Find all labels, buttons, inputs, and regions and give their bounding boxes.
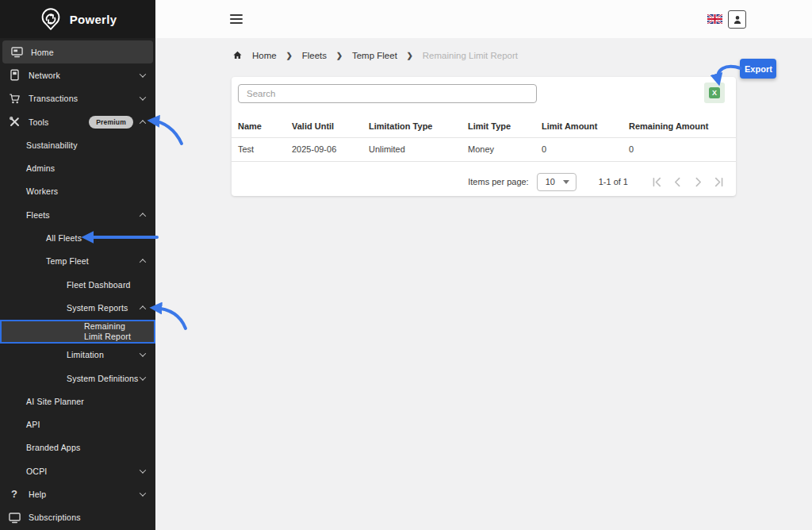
next-page-button[interactable] — [688, 172, 707, 191]
sidebar-item-label: Workers — [26, 186, 58, 196]
sidebar-item-help[interactable]: ?Help — [0, 482, 155, 505]
sidebar-item-label: AI Site Planner — [26, 397, 84, 406]
table-cell: 0 — [622, 137, 736, 161]
sidebar-item-system-reports[interactable]: System Reports — [0, 296, 155, 319]
sidebar-item-temp-fleet[interactable]: Temp Fleet — [0, 250, 155, 273]
breadcrumb: Home❯Fleets❯Temp Fleet❯Remaining Limit R… — [232, 50, 518, 60]
column-header-valid-until: Valid Until — [285, 115, 362, 137]
app-screen: Powerly HomeNetworkTransactionsToolsPrem… — [0, 0, 812, 530]
page-size-value: 10 — [546, 177, 555, 186]
menu-toggle-icon[interactable] — [230, 14, 243, 24]
last-page-button[interactable] — [709, 172, 728, 191]
sidebar-item-branded-apps[interactable]: Branded Apps — [0, 436, 155, 459]
chevron-up-icon[interactable] — [140, 120, 146, 126]
sidebar-item-fleets[interactable]: Fleets — [0, 203, 155, 226]
sidebar-item-network[interactable]: Network — [0, 63, 155, 86]
table-cell: 0 — [535, 137, 622, 161]
chevron-up-icon[interactable] — [140, 213, 146, 219]
table-cell: Unlimited — [362, 137, 462, 161]
powerly-pin-arrows-icon — [39, 7, 63, 31]
search-input[interactable] — [238, 84, 537, 103]
chevron-up-icon[interactable] — [140, 259, 146, 265]
breadcrumb-separator: ❯ — [407, 51, 413, 60]
sidebar-item-label: Temp Fleet — [46, 256, 89, 266]
sidebar-item-label: System Definitions — [67, 374, 139, 383]
sidebar-item-label: Home — [31, 48, 54, 57]
breadcrumb-item-temp-fleet[interactable]: Temp Fleet — [352, 51, 397, 60]
desktop-icon — [10, 46, 23, 59]
sidebar-item-label: Tools — [29, 117, 49, 127]
excel-export-button[interactable]: X — [704, 83, 725, 103]
sidebar-item-fleet-dashboard[interactable]: Fleet Dashboard — [0, 273, 155, 296]
charger-icon — [8, 69, 21, 82]
sidebar-item-label: Sustainability — [26, 140, 78, 150]
sidebar-item-transactions[interactable]: Transactions — [0, 87, 155, 110]
report-table: NameValid UntilLimitation TypeLimit Type… — [232, 115, 736, 162]
house-icon[interactable] — [232, 50, 243, 60]
column-header-remaining-amount: Remaining Amount — [622, 115, 736, 137]
report-card: X NameValid UntilLimitation TypeLimit Ty… — [232, 77, 736, 196]
sidebar-item-ai-site-planner[interactable]: AI Site Planner — [0, 390, 155, 413]
chevron-up-icon[interactable] — [140, 305, 146, 312]
chevron-down-icon[interactable] — [140, 351, 146, 357]
chevron-down-icon[interactable] — [140, 71, 146, 77]
excel-file-icon: X — [709, 87, 720, 98]
range-label: 1-1 of 1 — [599, 177, 628, 186]
sidebar-item-ocpi[interactable]: OCPI — [0, 459, 155, 482]
chevron-down-icon[interactable] — [140, 490, 146, 496]
sidebar-item-label: API — [26, 420, 40, 429]
column-header-limitation-type: Limitation Type — [362, 115, 462, 137]
sidebar-item-limitation[interactable]: Limitation — [0, 344, 155, 367]
sidebar-item-label: Admins — [26, 163, 55, 173]
breadcrumb-item-fleets[interactable]: Fleets — [302, 51, 327, 60]
monitor-icon — [8, 511, 21, 524]
items-per-page-label: Items per page: — [468, 177, 528, 186]
cart-icon — [8, 92, 21, 105]
breadcrumb-item-home[interactable]: Home — [252, 51, 277, 60]
sidebar-item-tools[interactable]: ToolsPremium — [0, 110, 155, 133]
search-row: X — [232, 77, 736, 110]
sidebar: Powerly HomeNetworkTransactionsToolsPrem… — [0, 0, 155, 530]
sidebar-item-label: Subscriptions — [29, 513, 81, 522]
sidebar-item-label: Network — [29, 71, 60, 80]
sidebar-item-label: Transactions — [29, 94, 78, 103]
sidebar-item-admins[interactable]: Admins — [0, 156, 155, 179]
tools-icon — [8, 116, 21, 129]
sidebar-item-label: Help — [29, 490, 46, 499]
export-button[interactable]: Export — [740, 59, 776, 79]
sidebar-item-label: Branded Apps — [26, 443, 80, 452]
chevron-down-icon[interactable] — [140, 374, 146, 380]
sidebar-item-label: OCPI — [26, 467, 47, 476]
breadcrumb-separator: ❯ — [286, 51, 293, 60]
table-cell: Test — [232, 137, 285, 161]
column-header-limit-type: Limit Type — [462, 115, 535, 137]
sidebar-item-sustainability[interactable]: Sustainability — [0, 133, 155, 156]
sidebar-item-workers[interactable]: Workers — [0, 180, 155, 203]
uk-flag-icon[interactable] — [707, 14, 722, 24]
sidebar-item-all-fleets[interactable]: All Fleets — [0, 226, 155, 249]
breadcrumb-separator: ❯ — [336, 51, 343, 60]
sidebar-item-api[interactable]: API — [0, 413, 155, 436]
sidebar-item-label: All Fleets — [46, 233, 82, 243]
sidebar-menu: HomeNetworkTransactionsToolsPremiumSusta… — [0, 38, 155, 529]
previous-page-button[interactable] — [668, 172, 687, 191]
help-icon: ? — [8, 488, 21, 501]
sidebar-item-home[interactable]: Home — [2, 40, 153, 63]
sidebar-item-label: System Reports — [67, 303, 128, 313]
pagination-bar: Items per page: 10 1-1 of 1 — [232, 167, 736, 196]
pager-buttons — [645, 172, 728, 191]
chevron-down-icon[interactable] — [140, 94, 146, 101]
sidebar-item-system-definitions[interactable]: System Definitions — [0, 367, 155, 390]
sidebar-item-subscriptions[interactable]: Subscriptions — [0, 506, 155, 529]
first-page-button[interactable] — [647, 172, 666, 191]
premium-badge: Premium — [89, 116, 133, 129]
chevron-down-icon[interactable] — [140, 467, 146, 473]
page-size-select[interactable]: 10 — [537, 173, 576, 191]
column-header-name: Name — [232, 115, 285, 137]
table-row[interactable]: Test2025-09-06UnlimitedMoney00 — [232, 137, 736, 161]
sidebar-item-remaining-limit-report[interactable]: Remaining Limit Report — [0, 320, 155, 344]
sidebar-item-label: Limitation — [67, 350, 104, 359]
sidebar-item-label: Remaining Limit Report — [84, 321, 144, 341]
table-cell: 2025-09-06 — [285, 137, 362, 161]
account-button[interactable] — [728, 10, 746, 29]
